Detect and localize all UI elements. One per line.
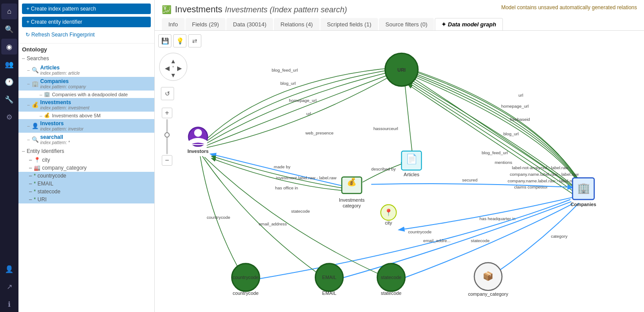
tab-data[interactable]: Data (30014) — [226, 18, 273, 30]
sidebar-item-investors[interactable]: – 👤 Investors index pattern: investor — [18, 119, 154, 133]
entity-item-uri[interactable]: – * URI — [18, 196, 154, 203]
svg-text:statecode: statecode — [381, 275, 401, 280]
save-graph-button[interactable]: 💾 — [158, 34, 171, 47]
svg-text:statecode: statecode — [381, 290, 401, 296]
sidebar-item-investments-5m[interactable]: – 💰 Investments above 5M — [18, 112, 154, 119]
svg-text:investment.label.raw - label.r: investment.label.raw - label.raw — [276, 175, 337, 180]
nav-users-icon[interactable]: 👥 — [1, 56, 17, 72]
sidebar-item-investments[interactable]: – 💰 Investments index pattern: investmen… — [18, 98, 154, 112]
articles-label: Articles — [40, 65, 80, 71]
left-navigation: ⌂ 🔍 ◉ 👥 🕐 🔧 ⚙ 👤 ↗ ℹ — [0, 0, 18, 312]
svg-text:city: city — [385, 220, 393, 225]
sidebar-item-searchall[interactable]: – 🔍 searchall index pattern: * — [18, 133, 154, 146]
searchall-index-pattern: index pattern: * — [40, 140, 70, 145]
tab-data-model-graph[interactable]: ✦ Data model graph — [435, 18, 502, 30]
svg-text:category: category — [551, 234, 568, 239]
sidebar-item-companies-deadpooled[interactable]: – 🏢 Companies with a deadpooled date — [18, 91, 154, 98]
nav-info-icon[interactable]: ℹ — [1, 296, 17, 312]
tab-info[interactable]: Info — [162, 18, 185, 30]
create-entity-identifier-button[interactable]: + Create entity identifier — [22, 17, 151, 27]
svg-text:blog_feed_url: blog_feed_url — [272, 68, 298, 73]
svg-text:company.name.label.raw - label: company.name.label.raw - label.raw — [510, 172, 579, 177]
nav-clock-icon[interactable]: 🕐 — [1, 74, 17, 90]
svg-text:homepage_url: homepage_url — [289, 98, 317, 103]
tab-scripted[interactable]: Scripted fields (1) — [320, 18, 378, 30]
tab-source[interactable]: Source filters (0) — [379, 18, 434, 30]
svg-text:statecode: statecode — [471, 238, 490, 243]
refresh-fingerprint-button[interactable]: ↻ Refresh Search Fingerprint — [22, 30, 151, 40]
investments-icon: 💹 — [162, 5, 171, 15]
nav-person-icon[interactable]: 👤 — [1, 261, 17, 277]
svg-text:📄: 📄 — [406, 153, 418, 165]
main-content: 💹 Investments Investments (Index pattern… — [155, 0, 644, 312]
zoom-slider[interactable] — [166, 119, 168, 154]
create-index-pattern-button[interactable]: + Create index pattern search — [22, 4, 151, 14]
sidebar: + Create index pattern search + Create e… — [18, 0, 155, 312]
svg-text:countrycode: countrycode — [408, 229, 432, 234]
nav-share-icon[interactable]: ↗ — [1, 279, 17, 294]
pan-left-icon[interactable]: ◀ — [164, 65, 170, 72]
nav-graph-icon[interactable]: ◉ — [1, 39, 17, 54]
nav-settings-icon[interactable]: ⚙ — [1, 109, 17, 125]
svg-text:freebaseid: freebaseid — [510, 117, 530, 122]
svg-text:described by: described by — [371, 167, 396, 171]
tab-fields[interactable]: Fields (29) — [186, 18, 226, 30]
entity-item-email[interactable]: – * EMAIL — [18, 180, 154, 188]
pan-control[interactable]: ▲ ◀ ● ▶ ▼ — [159, 53, 187, 81]
svg-text:📦: 📦 — [483, 271, 494, 281]
zoom-in-button[interactable]: + — [162, 108, 172, 118]
pan-right-icon[interactable]: ▶ — [176, 65, 182, 72]
svg-text:blog_url: blog_url — [280, 81, 296, 86]
zoom-control: + − — [162, 108, 172, 166]
entity-item-company-category[interactable]: – 🏭 company_category — [18, 164, 154, 172]
companies-index-pattern: index pattern: company — [40, 84, 86, 89]
svg-text:company_category: company_category — [468, 291, 509, 297]
svg-text:Articles: Articles — [404, 172, 419, 177]
svg-text:Investments: Investments — [339, 197, 365, 203]
svg-text:mentions: mentions — [495, 160, 512, 165]
svg-text:blog_url: blog_url — [503, 131, 519, 136]
svg-text:💰: 💰 — [347, 177, 357, 187]
svg-text:statecode: statecode — [291, 209, 310, 214]
svg-text:countrycode: countrycode — [233, 275, 258, 280]
investors-index-pattern: index pattern: investor — [40, 127, 84, 131]
sidebar-item-articles[interactable]: – 🔍 Articles index pattern: article — [18, 63, 154, 77]
articles-index-pattern: index pattern: article — [40, 71, 80, 76]
entity-item-statecode[interactable]: – * statecode — [18, 188, 154, 196]
sidebar-actions: + Create index pattern search + Create e… — [18, 0, 154, 44]
svg-text:countrycode: countrycode — [233, 290, 258, 296]
legend-button[interactable]: 💡 — [173, 34, 186, 47]
svg-text:url: url — [518, 93, 523, 98]
entity-item-countrycode[interactable]: – * countrycode — [18, 172, 154, 180]
svg-text:email_addre...: email_addre... — [423, 238, 451, 243]
svg-text:URI: URI — [397, 67, 406, 73]
sidebar-item-companies[interactable]: – 🏢 Companies index pattern: company — [18, 77, 154, 91]
pan-down-icon[interactable]: ▼ — [170, 72, 176, 79]
entity-identifiers-section-header: – Entity Identifiers — [18, 146, 154, 156]
investors-label: Investors — [40, 120, 84, 127]
tab-relations[interactable]: Relations (4) — [274, 18, 320, 30]
searches-section-header: – Searches — [18, 54, 154, 63]
investments-index-pattern: index pattern: investment — [40, 105, 90, 110]
svg-point-31 — [194, 129, 202, 137]
entity-item-city[interactable]: – 📍 city — [18, 156, 154, 164]
svg-text:has office in: has office in — [275, 185, 298, 190]
unsaved-notice: Model contains unsaved automatically gen… — [501, 4, 637, 11]
page-title: 💹 Investments Investments (Index pattern… — [162, 4, 347, 15]
graph-toolbar: 💾 💡 ⇄ — [158, 34, 201, 47]
nav-search-icon[interactable]: 🔍 — [1, 21, 17, 37]
svg-text:web_presence: web_presence — [305, 131, 334, 135]
zoom-thumb[interactable] — [164, 132, 170, 138]
nav-home-icon[interactable]: ⌂ — [1, 4, 17, 19]
toggle-direction-button[interactable]: ⇄ — [188, 34, 201, 47]
svg-text:email_address: email_address — [258, 221, 287, 226]
nav-tools-icon[interactable]: 🔧 — [1, 91, 17, 107]
pan-up-icon[interactable]: ▲ — [170, 58, 176, 65]
svg-text:📍: 📍 — [384, 208, 393, 217]
zoom-out-button[interactable]: − — [162, 155, 172, 166]
reset-view-button[interactable]: ↺ — [161, 87, 174, 100]
searchall-label: searchall — [40, 134, 70, 140]
graph-area: 💾 💡 ⇄ blog_feed_url blog_url — [155, 31, 644, 312]
main-header: 💹 Investments Investments (Index pattern… — [155, 0, 644, 31]
companies-label: Companies — [40, 78, 86, 84]
